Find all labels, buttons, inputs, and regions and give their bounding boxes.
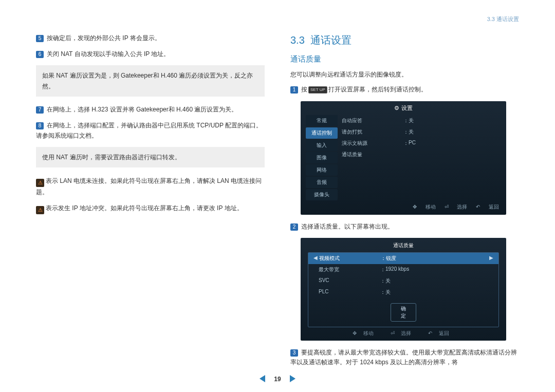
ip-warning: ⚠表示发生 IP 地址冲突。如果此符号出现在屏幕右上角，请更改 IP 地址。 [36,203,265,214]
right-column: 3.3 通话设置 通话质量 您可以调整向远程通话方显示的图像锐度。 1按SET … [290,33,519,374]
section-number: 3.3 [290,34,305,46]
ss1-row: 请勿打扰：关 [342,126,501,138]
note-box-1: 如果 NAT 遍历设置为是，则 Gatekeeper和 H.460 遍历必须设置… [36,65,265,97]
subtitle: 通话质量 [290,54,519,64]
ss1-row: 通话质量 [342,149,501,160]
step-8: 8在网络上，选择端口配置，并确认路由器中已启用系统 TCP/UDP 配置的端口。… [36,121,265,140]
step-text: 在网络上，选择端口配置，并确认路由器中已启用系统 TCP/UDP 配置的端口。请… [36,122,262,139]
step-badge: 1 [290,86,298,94]
step-6: 6关闭 NAT 自动发现以手动输入公共 IP 地址。 [36,49,265,59]
left-column: 5按确定后，发现的外部公共 IP 将会显示。 6关闭 NAT 自动发现以手动输入… [36,33,265,374]
tab-input: 输入 [306,140,338,151]
next-page-icon[interactable] [290,375,295,382]
lan-warning: ⚠表示 LAN 电缆未连接。如果此符号出现在屏幕右上角，请解决 LAN 电缆连接… [36,176,265,197]
footer-move: ✥ 移动 [413,204,436,210]
step-7: 7在网络上，选择 H.323 设置并将 Gatekeeper和 H.460 遍历… [36,105,265,115]
row-val: 关 [385,277,493,285]
row-val: 关 [385,289,493,296]
tab-network: 网络 [306,164,338,176]
step-badge: 3 [290,349,298,357]
section-title: 3.3 通话设置 [290,33,519,47]
gear-icon: ⚙ [394,105,399,111]
step-badge: 5 [36,35,44,42]
lan-warn-icon: ⚠ [36,179,44,187]
step-text-b: 打开设置屏幕，然后转到通话控制。 [328,86,427,93]
row-key: SVC [319,277,380,285]
step-r2: 2选择通话质量。以下屏幕将出现。 [290,222,519,232]
lan-warning-text: 表示 LAN 电缆未连接。如果此符号出现在屏幕右上角，请解决 LAN 电缆连接问… [36,177,262,196]
row-val [409,151,501,158]
ss2-row: 最大带宽：1920 kbps [308,264,498,275]
row-key: 请勿打扰 [342,128,403,136]
step-text-a: 按 [301,86,307,93]
setup-key-icon: SET UP [308,86,327,94]
section-name: 通话设置 [310,34,351,46]
intro-text: 您可以调整向远程通话方显示的图像锐度。 [290,69,519,80]
tab-camera: 摄像头 [306,189,338,200]
step-badge: 8 [36,122,44,129]
row-key: PLC [319,289,380,296]
step-5: 5按确定后，发现的外部公共 IP 将会显示。 [36,33,265,43]
row-val: 锐度 [386,255,489,262]
row-key: 演示文稿源 [342,140,403,147]
tab-image: 图像 [306,152,338,163]
row-key: 自动应答 [342,117,403,124]
step-badge: 7 [36,106,44,114]
footer-select: ⏎ 选择 [445,204,468,210]
ss2-row-videomode: ◀ 视频模式：锐度▶ [308,253,498,264]
step-r1: 1按SET UP打开设置屏幕，然后转到通话控制。 [290,85,519,95]
ss1-sidebar: 常规 通话控制 输入 图像 网络 音频 摄像头 [306,115,342,201]
ip-warn-icon: ⚠ [36,206,44,214]
row-key: 通话质量 [342,151,403,158]
row-key: 最大带宽 [319,266,380,273]
ss2-row: SVC：关 [308,275,498,287]
step-text: 按确定后，发现的外部公共 IP 将会显示。 [47,34,161,42]
step-badge: 6 [36,51,44,58]
ss1-footer: ✥ 移动 ⏎ 选择 ↶ 返回 [301,201,506,213]
row-val: 1920 kbps [385,266,493,273]
tab-audio: 音频 [306,177,338,188]
settings-screenshot: ⚙设置 常规 通话控制 输入 图像 网络 音频 摄像头 自动应答：关 请勿打扰：… [301,101,506,215]
ss1-row: 演示文稿源：PC [342,138,501,149]
row-val: 关 [409,117,501,124]
prev-page-icon[interactable] [260,375,265,382]
ss1-row: 自动应答：关 [342,115,501,126]
ss1-title: ⚙设置 [301,101,506,115]
footer-back: ↶ 返回 [476,204,499,210]
note-box-2: 使用 NAT 遍历时，需要设置路由器进行端口转发。 [36,147,265,167]
tab-general: 常规 [306,115,338,126]
step-text: 关闭 NAT 自动发现以手动输入公共 IP 地址。 [47,50,170,58]
confirm-button: 确定 [391,303,416,322]
ss1-rows: 自动应答：关 请勿打扰：关 演示文稿源：PC 通话质量 [342,115,501,201]
step-text: 在网络上，选择 H.323 设置并将 Gatekeeper和 H.460 遍历设… [47,106,237,113]
row-val: 关 [409,128,501,136]
ss2-frame: ◀ 视频模式：锐度▶ 最大带宽：1920 kbps SVC：关 PLC：关 确定 [308,252,499,327]
breadcrumb: 3.3 通话设置 [36,15,519,23]
row-val: PC [409,140,501,147]
page-nav: 19 [0,375,555,383]
step-r3: 3要提高锐度，请从最大带宽选择较大值。使用最大带宽配置高清或标清通话分辨率以及通… [290,348,519,367]
footer-move: ✥ 移动 [353,330,379,336]
tab-call-control: 通话控制 [306,127,338,139]
call-quality-screenshot: 通话质量 ◀ 视频模式：锐度▶ 最大带宽：1920 kbps SVC：关 PLC… [301,238,506,341]
footer-back: ↶ 返回 [428,330,454,336]
ss1-title-text: 设置 [401,105,413,111]
ip-warning-text: 表示发生 IP 地址冲突。如果此符号出现在屏幕右上角，请更改 IP 地址。 [46,204,243,212]
row-key: 视频模式 [319,255,381,262]
step-badge: 2 [290,223,298,231]
ss2-row: PLC：关 [308,287,498,298]
ss2-footer: ✥ 移动 ⏎ 选择 ↶ 返回 [301,328,506,339]
page-number: 19 [274,376,281,383]
ss2-title: 通话质量 [301,240,506,251]
step-text: 要提高锐度，请从最大带宽选择较大值。使用最大带宽配置高清或标清通话分辨率以及通话… [290,349,517,366]
footer-select: ⏎ 选择 [391,330,417,336]
step-text: 选择通话质量。以下屏幕将出现。 [301,223,394,230]
